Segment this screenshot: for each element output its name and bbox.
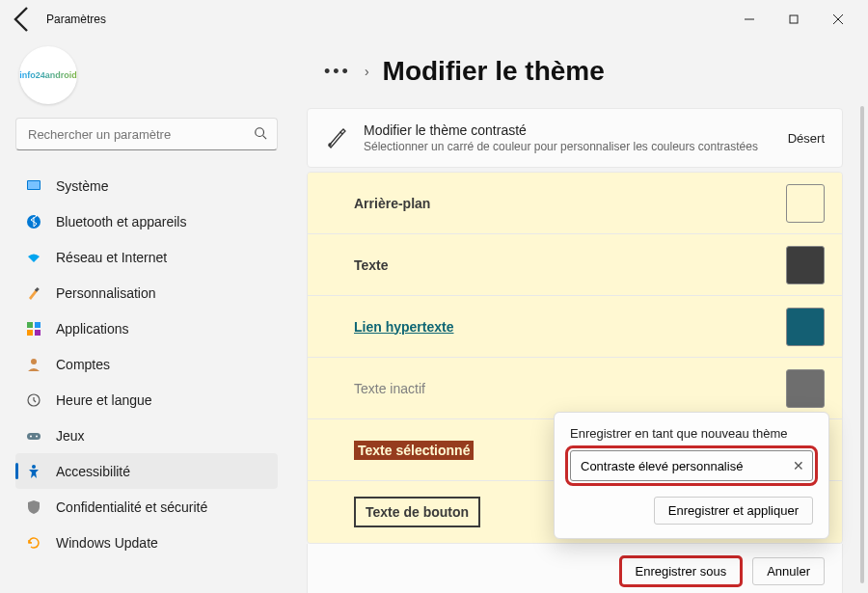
- back-button[interactable]: [8, 4, 39, 35]
- svg-rect-12: [27, 330, 33, 336]
- breadcrumb-ellipsis[interactable]: •••: [324, 62, 351, 82]
- popup-title: Enregistrer en tant que nouveau thème: [570, 426, 813, 441]
- swatch-inactive[interactable]: [786, 369, 825, 408]
- nav-label: Confidentialité et sécurité: [56, 499, 207, 515]
- sidebar: info24android Système Bluetooth et appar…: [0, 39, 289, 593]
- bluetooth-icon: [25, 213, 42, 230]
- nav-list: Système Bluetooth et appareils Réseau et…: [15, 168, 278, 560]
- wifi-icon: [25, 249, 42, 266]
- nav-label: Comptes: [56, 357, 110, 372]
- save-as-button[interactable]: Enregistrer sous: [621, 557, 742, 585]
- theme-name-field[interactable]: ✕: [570, 450, 813, 481]
- svg-rect-1: [790, 15, 798, 23]
- header-description: Sélectionner un carré de couleur pour pe…: [364, 140, 773, 153]
- swatch-text[interactable]: [786, 246, 825, 284]
- breadcrumb: ••• › Modifier le thème: [324, 56, 843, 87]
- svg-point-20: [329, 144, 331, 146]
- svg-rect-13: [35, 330, 41, 336]
- svg-line-5: [263, 135, 267, 139]
- theme-name-input[interactable]: [579, 458, 793, 474]
- nav-privacy[interactable]: Confidentialité et sécurité: [15, 489, 278, 525]
- palette-icon: [325, 126, 348, 149]
- svg-point-14: [31, 359, 37, 364]
- brush-icon: [25, 284, 42, 302]
- svg-rect-16: [27, 433, 41, 440]
- cancel-button[interactable]: Annuler: [752, 557, 825, 585]
- nav-personalization[interactable]: Personnalisation: [15, 275, 278, 310]
- nav-accessibility[interactable]: Accessibilité: [15, 453, 278, 489]
- search-box[interactable]: [15, 118, 278, 150]
- row-label: Arrière-plan: [354, 196, 786, 211]
- nav-label: Windows Update: [56, 535, 158, 551]
- nav-bluetooth[interactable]: Bluetooth et appareils: [15, 203, 278, 239]
- nav-time-language[interactable]: Heure et langue: [15, 382, 278, 418]
- minimize-button[interactable]: [727, 4, 772, 35]
- search-input[interactable]: [26, 126, 254, 143]
- row-label: Texte: [354, 257, 786, 273]
- nav-windows-update[interactable]: Windows Update: [15, 525, 278, 560]
- nav-label: Bluetooth et appareils: [56, 214, 186, 229]
- update-icon: [25, 534, 42, 552]
- nav-accounts[interactable]: Comptes: [15, 346, 278, 382]
- preset-name: Désert: [788, 131, 825, 146]
- nav-label: Accessibilité: [56, 464, 130, 479]
- row-hyperlink: Lien hypertexte: [308, 296, 842, 358]
- nav-network[interactable]: Réseau et Internet: [15, 239, 278, 275]
- person-icon: [25, 356, 42, 373]
- nav-gaming[interactable]: Jeux: [15, 418, 278, 453]
- nav-apps[interactable]: Applications: [15, 310, 278, 346]
- row-inactive-text: Texte inactif: [308, 358, 842, 419]
- svg-rect-10: [27, 322, 33, 328]
- swatch-background[interactable]: [786, 184, 825, 223]
- nav-label: Système: [56, 178, 108, 194]
- row-label: Texte inactif: [354, 381, 786, 396]
- nav-label: Heure et langue: [56, 392, 152, 408]
- svg-rect-11: [35, 322, 41, 328]
- svg-point-4: [256, 127, 264, 136]
- svg-rect-7: [28, 181, 40, 189]
- search-icon: [254, 126, 267, 143]
- nav-system[interactable]: Système: [15, 168, 278, 203]
- swatch-hyperlink[interactable]: [786, 308, 825, 346]
- row-label: Texte de bouton: [354, 497, 480, 527]
- titlebar: Paramètres: [0, 0, 868, 39]
- chevron-right-icon: ›: [365, 64, 369, 79]
- row-label: Lien hypertexte: [354, 319, 786, 335]
- system-icon: [25, 177, 42, 195]
- row-background: Arrière-plan: [308, 173, 842, 234]
- page-title: Modifier le thème: [383, 56, 605, 87]
- nav-label: Personnalisation: [56, 285, 156, 301]
- action-bar: Enregistrer sous Annuler: [307, 544, 843, 593]
- theme-header-card: Modifier le thème contrasté Sélectionner…: [307, 108, 843, 168]
- header-title: Modifier le thème contrasté: [364, 122, 773, 138]
- row-text: Texte: [308, 234, 842, 296]
- save-as-popup: Enregistrer en tant que nouveau thème ✕ …: [554, 412, 829, 539]
- nav-label: Applications: [56, 321, 129, 337]
- apps-icon: [25, 320, 42, 337]
- avatar[interactable]: info24android: [19, 46, 77, 104]
- app-title: Paramètres: [46, 13, 106, 26]
- svg-point-19: [32, 465, 36, 469]
- close-button[interactable]: [816, 4, 860, 35]
- clock-icon: [25, 391, 42, 409]
- avatar-text: info24android: [19, 70, 77, 80]
- row-label: Texte sélectionné: [354, 441, 474, 460]
- svg-point-18: [36, 435, 38, 437]
- nav-label: Jeux: [56, 428, 85, 444]
- accessibility-icon: [25, 463, 42, 480]
- gamepad-icon: [25, 427, 42, 445]
- svg-point-17: [30, 435, 32, 437]
- maximize-button[interactable]: [772, 4, 816, 35]
- nav-label: Réseau et Internet: [56, 250, 167, 265]
- save-apply-button[interactable]: Enregistrer et appliquer: [654, 497, 813, 525]
- shield-icon: [25, 499, 42, 516]
- clear-icon[interactable]: ✕: [793, 458, 804, 473]
- main-content: ••• › Modifier le thème Modifier le thèm…: [289, 39, 868, 593]
